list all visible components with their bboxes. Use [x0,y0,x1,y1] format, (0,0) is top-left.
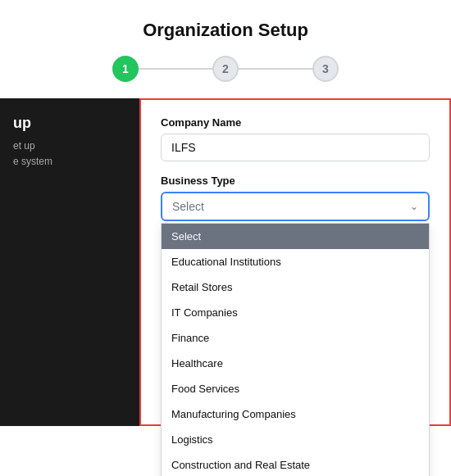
business-type-label: Business Type [161,175,430,187]
step-line-1 [139,68,212,70]
stepper: 1 2 3 [0,56,451,98]
content-area: up et up e system Company Name Business … [0,98,451,426]
step-2-label: 2 [222,62,229,75]
step-line-2 [239,68,312,70]
step-3-label: 3 [322,62,329,75]
dropdown-item[interactable]: Retail Stores [162,274,429,300]
sidebar-panel: up et up e system [0,98,139,426]
dropdown-list: SelectEducational InstitutionsRetail Sto… [161,223,430,476]
company-name-label: Company Name [161,116,430,129]
page-title: Organization Setup [0,20,451,41]
dropdown-item[interactable]: Select [162,224,429,249]
step-3[interactable]: 3 [312,56,339,82]
step-1-label: 1 [122,62,129,75]
select-value: Select [172,200,204,213]
step-2[interactable]: 2 [212,56,239,82]
dropdown-item[interactable]: Food Services [162,376,429,401]
sidebar-line-1: et up [13,138,126,154]
select-wrapper: Select ⌄ SelectEducational InstitutionsR… [161,192,430,221]
chevron-down-icon: ⌄ [410,201,418,212]
form-panel: Company Name Business Type Select ⌄ Sele… [139,98,451,426]
dropdown-item[interactable]: Finance [162,325,429,351]
step-1[interactable]: 1 [112,56,139,82]
dropdown-item[interactable]: IT Companies [162,300,429,325]
dropdown-item[interactable]: Healthcare [162,351,429,376]
dropdown-item[interactable]: Educational Institutions [162,249,429,274]
business-type-select[interactable]: Select ⌄ [161,192,430,221]
company-name-input[interactable] [161,134,430,161]
dropdown-item[interactable]: Logistics [162,427,429,452]
sidebar-line-2: e system [13,154,126,170]
page-header: Organization Setup [0,0,451,56]
dropdown-item[interactable]: Construction and Real Estate [162,452,429,476]
sidebar-title: up [13,115,126,132]
dropdown-item[interactable]: Manufacturing Companies [162,401,429,427]
